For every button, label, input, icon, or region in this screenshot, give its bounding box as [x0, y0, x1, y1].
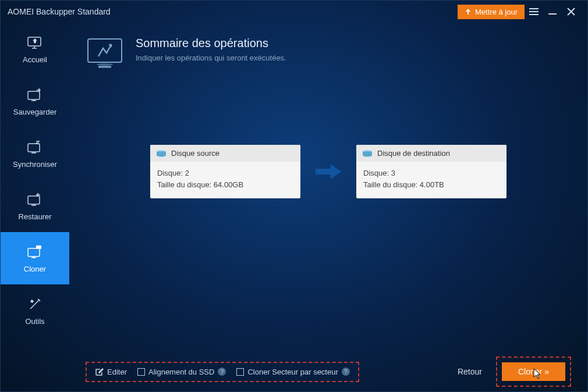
dest-card-header: Disque de destination	[356, 145, 506, 162]
sidebar-item-label: Synchroniser	[13, 160, 57, 169]
content-area: Sommaire des opérations Indiquer les opé…	[69, 23, 587, 391]
titlebar: AOMEI Backupper Standard Mettre à jour	[1, 1, 587, 23]
edit-button[interactable]: Editer	[95, 368, 127, 376]
app-window: AOMEI Backupper Standard Mettre à jour A…	[0, 0, 588, 392]
sidebar-item-backup[interactable]: Sauvegarder	[1, 75, 69, 127]
footer: Editer Alignement du SSD ? Cloner Secteu…	[86, 352, 571, 391]
dest-disk-size: Taille du disque: 4.00TB	[363, 179, 500, 191]
source-disk-number: Disque: 2	[157, 168, 293, 179]
arrow-right-icon	[314, 163, 342, 180]
back-button[interactable]: Retour	[458, 367, 482, 376]
svg-rect-9	[36, 245, 41, 249]
clone-button[interactable]: Cloner »	[502, 362, 565, 381]
body: Accueil Sauvegarder Synchroniser Restaur…	[1, 23, 587, 391]
source-disk-card[interactable]: Disque source Disque: 2 Taille du disque…	[150, 145, 300, 198]
svg-rect-5	[28, 91, 40, 99]
summary-monitor-icon	[86, 37, 124, 69]
app-title: AOMEI Backupper Standard	[8, 7, 458, 16]
upgrade-icon	[465, 8, 472, 15]
tools-icon	[27, 296, 43, 312]
clone-button-label: Cloner	[518, 367, 542, 376]
sidebar-item-label: Restaurer	[18, 212, 51, 221]
sidebar-item-label: Sauvegarder	[13, 108, 56, 116]
svg-rect-6	[28, 144, 40, 152]
menu-icon[interactable]	[525, 2, 543, 21]
sector-clone-label: Cloner Secteur par secteur	[247, 368, 338, 376]
backup-icon	[27, 87, 43, 103]
source-disk-size: Taille du disque: 64.00GB	[157, 179, 293, 191]
page-header: Sommaire des opérations Indiquer les opé…	[86, 37, 571, 69]
checkbox-icon	[137, 368, 145, 376]
dest-card-body: Disque: 3 Taille du disque: 4.00TB	[356, 162, 506, 198]
upgrade-button[interactable]: Mettre à jour	[458, 5, 525, 19]
checkbox-icon	[236, 368, 244, 376]
svg-point-11	[97, 63, 113, 66]
disk-icon	[362, 150, 373, 157]
svg-rect-2	[529, 14, 539, 15]
edit-icon	[95, 368, 104, 376]
destination-disk-card[interactable]: Disque de destination Disque: 3 Taille d…	[356, 145, 506, 198]
dest-disk-number: Disque: 3	[363, 168, 500, 179]
restore-icon	[27, 191, 43, 208]
ssd-align-label: Alignement du SSD	[148, 368, 214, 376]
sidebar-item-clone[interactable]: Cloner	[1, 232, 69, 284]
ssd-align-checkbox[interactable]: Alignement du SSD ?	[137, 368, 226, 376]
minimize-button[interactable]	[543, 2, 562, 21]
svg-rect-8	[28, 248, 40, 256]
help-icon[interactable]: ?	[218, 368, 226, 376]
svg-rect-7	[28, 196, 40, 204]
sidebar-item-sync[interactable]: Synchroniser	[1, 127, 69, 180]
svg-rect-0	[529, 8, 539, 9]
sidebar: Accueil Sauvegarder Synchroniser Restaur…	[1, 23, 69, 391]
disk-row: Disque source Disque: 2 Taille du disque…	[86, 145, 571, 198]
upgrade-label: Mettre à jour	[475, 8, 518, 16]
close-button[interactable]	[562, 2, 580, 21]
sector-clone-checkbox[interactable]: Cloner Secteur par secteur ?	[236, 368, 349, 376]
home-icon	[27, 34, 43, 51]
edit-label: Editer	[107, 368, 127, 376]
sync-icon	[27, 139, 43, 155]
sidebar-item-label: Outils	[25, 317, 44, 326]
source-card-title: Disque source	[171, 149, 219, 158]
help-icon[interactable]: ?	[342, 368, 350, 376]
clone-button-highlight: Cloner »	[496, 357, 571, 387]
svg-rect-3	[548, 13, 557, 15]
header-text: Sommaire des opérations Indiquer les opé…	[136, 37, 286, 62]
chevron-right-icon: »	[544, 367, 549, 376]
dest-card-title: Disque de destination	[377, 149, 450, 158]
page-subtitle: Indiquer les opérations qui seront exécu…	[136, 54, 286, 62]
page-title: Sommaire des opérations	[136, 37, 286, 50]
disk-icon	[156, 150, 167, 157]
sidebar-item-restore[interactable]: Restaurer	[1, 180, 69, 232]
clone-icon	[27, 244, 43, 260]
source-card-body: Disque: 2 Taille du disque: 64.00GB	[150, 162, 300, 198]
svg-rect-1	[529, 11, 539, 12]
sidebar-item-home[interactable]: Accueil	[1, 23, 69, 75]
source-card-header: Disque source	[150, 145, 300, 162]
sidebar-item-label: Cloner	[24, 265, 46, 273]
options-group: Editer Alignement du SSD ? Cloner Secteu…	[86, 362, 359, 382]
sidebar-item-tools[interactable]: Outils	[1, 284, 69, 337]
sidebar-item-label: Accueil	[23, 55, 47, 64]
